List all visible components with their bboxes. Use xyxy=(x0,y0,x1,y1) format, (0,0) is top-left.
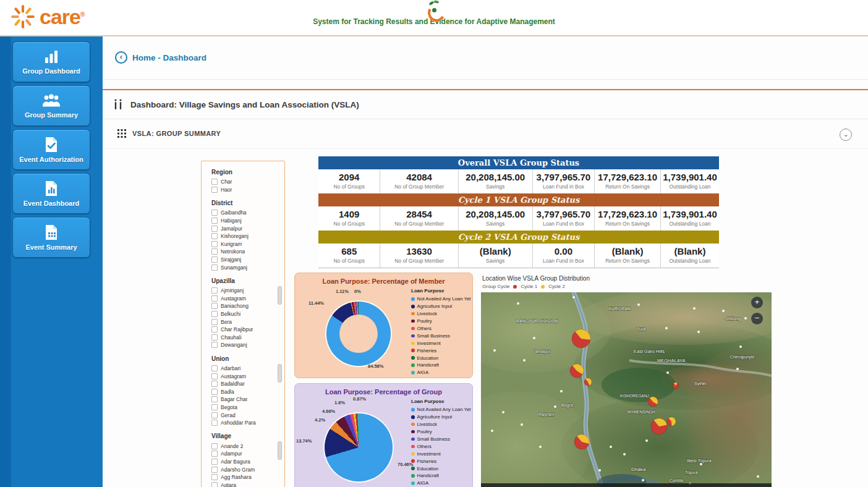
status-metric: 1,739,901.40Outstanding Loan xyxy=(661,169,719,193)
vsla-group-marker[interactable] xyxy=(651,418,667,434)
checkbox[interactable] xyxy=(211,303,218,309)
filter-option[interactable]: Badaldhar xyxy=(211,380,281,388)
filter-option[interactable]: Kishoreganj xyxy=(211,232,281,240)
filter-option[interactable]: Habiganj xyxy=(211,217,281,225)
filter-option[interactable]: Baniachong xyxy=(211,302,281,310)
checkbox[interactable] xyxy=(211,256,218,263)
checkbox[interactable] xyxy=(211,342,218,348)
checkbox[interactable] xyxy=(211,474,218,480)
checkbox[interactable] xyxy=(211,210,218,216)
checkbox[interactable] xyxy=(211,295,218,302)
checkbox[interactable] xyxy=(211,248,218,255)
scrollbar-thumb[interactable] xyxy=(278,286,282,305)
filter-option-label: Haor xyxy=(221,187,232,193)
sidebar-item-group-summary[interactable]: Group Summary xyxy=(12,85,90,126)
filter-option[interactable]: Char Rajibpur xyxy=(211,326,281,334)
filter-option[interactable]: Adarbari xyxy=(211,365,281,373)
checkbox[interactable] xyxy=(211,389,218,395)
legend-item: AIGA xyxy=(411,480,471,487)
checkbox[interactable] xyxy=(211,287,218,294)
map-zoom-in-button[interactable]: + xyxy=(751,297,763,308)
filter-option[interactable]: Agtara xyxy=(211,481,281,487)
scrollbar-thumb[interactable] xyxy=(278,441,282,460)
checkbox[interactable] xyxy=(211,451,218,457)
metric-value: (Blank) xyxy=(662,246,718,257)
vsla-group-marker[interactable] xyxy=(572,329,590,348)
checkbox[interactable] xyxy=(211,459,218,465)
checkbox[interactable] xyxy=(211,179,218,185)
filter-option[interactable]: Haor xyxy=(211,186,281,194)
vsla-group-marker[interactable] xyxy=(673,383,679,389)
filter-option[interactable]: Gaibandha xyxy=(211,209,281,217)
filter-option[interactable]: Belkuchi xyxy=(211,310,281,318)
filter-option[interactable]: Sirajganj xyxy=(211,256,281,264)
filter-option-label: Kishoreganj xyxy=(221,233,249,239)
checkbox[interactable] xyxy=(211,334,218,341)
filter-option[interactable]: Adarsho Gram xyxy=(211,465,281,473)
filter-option[interactable]: Adar Bagura xyxy=(211,458,281,466)
checkbox[interactable] xyxy=(211,443,218,449)
filter-option[interactable]: Adampur xyxy=(211,450,281,458)
checkbox[interactable] xyxy=(211,467,218,473)
legend-item: Education xyxy=(411,465,471,472)
orange-divider xyxy=(103,89,868,90)
sidebar-item-event-summary[interactable]: Event Summary xyxy=(12,217,90,258)
filter-option[interactable]: Austagram xyxy=(211,295,281,303)
sidebar-item-label: Event Authorization xyxy=(19,156,83,163)
filter-option[interactable]: Anande 2 xyxy=(211,442,281,450)
checkbox[interactable] xyxy=(211,218,218,224)
legend-item: Handicraft xyxy=(411,472,471,480)
checkbox[interactable] xyxy=(211,326,218,332)
filter-option[interactable]: Sunamganj xyxy=(211,263,281,271)
filter-option[interactable]: Ajmiriganj xyxy=(211,287,281,295)
vsla-group-marker[interactable] xyxy=(584,378,592,386)
sidebar-item-group-dashboard[interactable]: Group Dashboard xyxy=(12,41,90,82)
checkbox[interactable] xyxy=(211,381,218,387)
checkbox[interactable] xyxy=(211,365,218,371)
filter-option[interactable]: Char xyxy=(211,178,281,186)
scrollbar-thumb[interactable] xyxy=(278,364,282,383)
vsla-group-marker[interactable] xyxy=(648,397,658,407)
sidebar-item-event-dashboard[interactable]: Event Dashboard xyxy=(12,173,90,214)
filter-option[interactable]: Chauhali xyxy=(211,334,281,342)
checkbox[interactable] xyxy=(211,241,218,247)
filter-option[interactable]: Jamalpur xyxy=(211,224,281,232)
filter-option[interactable]: Gerad xyxy=(211,411,281,419)
filter-option[interactable]: Austagram xyxy=(211,372,281,380)
filter-option[interactable]: Agg Rashara xyxy=(211,473,281,481)
collapse-section-button[interactable]: ⌄ xyxy=(840,129,852,141)
vsla-group-marker[interactable] xyxy=(667,417,676,426)
status-metric: 42084No of Group Member xyxy=(380,169,458,193)
filter-option[interactable]: Dewanganj xyxy=(211,341,281,349)
filter-option[interactable]: Netrokona xyxy=(211,248,281,256)
map-zoom-out-button[interactable]: − xyxy=(751,313,763,324)
back-icon[interactable]: ‹ xyxy=(115,51,127,64)
checkbox[interactable] xyxy=(211,233,218,239)
vsla-group-marker[interactable] xyxy=(570,364,584,378)
checkbox[interactable] xyxy=(211,373,218,379)
metric-value: (Blank) xyxy=(596,246,659,257)
filter-option[interactable]: Ashoddar Para xyxy=(211,419,281,427)
vsla-group-marker[interactable] xyxy=(574,434,589,449)
checkbox[interactable] xyxy=(211,265,218,271)
metric-label: Outstanding Loan xyxy=(662,258,718,264)
sidebar-item-event-authorization[interactable]: Event Authorization xyxy=(12,129,90,170)
filter-option[interactable]: Begota xyxy=(211,404,281,412)
checkbox[interactable] xyxy=(211,420,218,426)
filter-option[interactable]: Bagar Char xyxy=(211,396,281,404)
map-canvas[interactable]: RANGPUR DIVISIONKURIGRAMTuraEast Garo Hi… xyxy=(481,292,772,487)
checkbox[interactable] xyxy=(211,482,218,487)
filter-option[interactable]: Kurigram xyxy=(211,240,281,248)
checkbox[interactable] xyxy=(211,404,218,410)
checkbox[interactable] xyxy=(211,412,218,418)
checkbox[interactable] xyxy=(211,226,218,232)
filter-option[interactable]: Bera xyxy=(211,318,281,326)
checkbox[interactable] xyxy=(211,396,218,402)
filter-option[interactable]: Badla xyxy=(211,387,281,396)
filter-option-label: Gaibandha xyxy=(221,210,247,216)
checkbox[interactable] xyxy=(211,187,218,193)
breadcrumb[interactable]: ‹ Home - Dashboard xyxy=(115,51,206,64)
checkbox[interactable] xyxy=(211,311,218,317)
checkbox[interactable] xyxy=(211,319,218,325)
filter-option-label: Badla xyxy=(221,389,234,395)
